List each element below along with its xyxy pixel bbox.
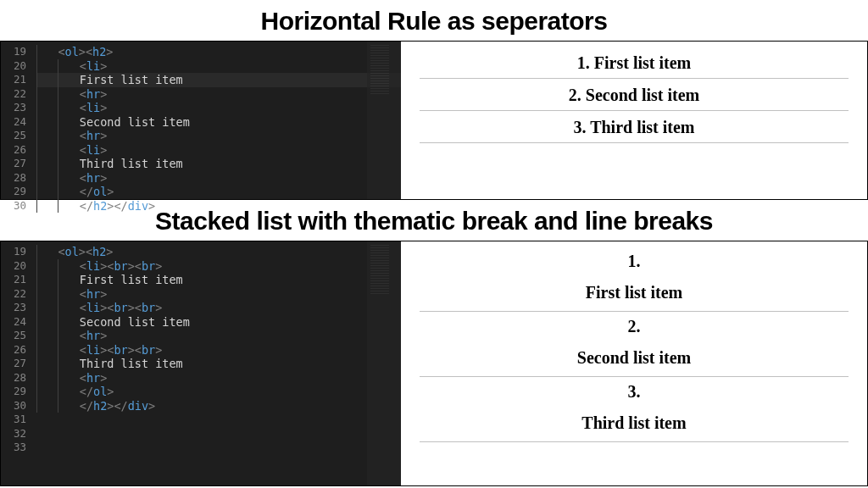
line-number: 21	[1, 73, 26, 87]
code-line[interactable]: </h2></div>	[36, 199, 401, 214]
minimap[interactable]	[367, 42, 401, 199]
line-number: 22	[1, 287, 26, 302]
list-item-text: Second list item	[416, 336, 852, 376]
code-line[interactable]: Third list item	[36, 157, 401, 171]
line-number: 32	[1, 427, 26, 441]
code-line[interactable]: <hr>	[36, 329, 401, 343]
line-number-gutter: 192021222324252627282930	[1, 42, 33, 199]
code-line[interactable]: <li><br><br>	[36, 343, 401, 358]
list-item-text: Third list item	[416, 402, 852, 441]
line-number: 20	[1, 59, 26, 74]
line-number: 24	[1, 315, 26, 330]
code-line[interactable]: <li><br><br>	[36, 259, 401, 274]
code-line[interactable]	[36, 413, 401, 427]
list-item: 2. Second list item	[416, 79, 852, 110]
list-number: 2.	[416, 312, 852, 336]
panel-example-1: 192021222324252627282930 <ol><h2> <li> F…	[0, 41, 868, 200]
list-number: 1.	[416, 247, 852, 271]
code-area[interactable]: <ol><h2> <li><br><br> First list item <h…	[33, 241, 401, 485]
code-line[interactable]: </ol>	[36, 385, 401, 399]
code-editor-2[interactable]: 192021222324252627282930313233 <ol><h2> …	[1, 241, 401, 485]
line-number: 33	[1, 441, 26, 455]
code-line[interactable]: Third list item	[36, 357, 401, 371]
code-line[interactable]: <ol><h2>	[36, 45, 401, 59]
list-item-text: First list item	[416, 271, 852, 311]
rendered-output-1: 1. First list item2. Second list item3. …	[401, 42, 867, 199]
line-number: 26	[1, 143, 26, 158]
code-line[interactable]	[36, 427, 401, 441]
list-number: 3.	[416, 377, 852, 402]
line-number: 22	[1, 87, 26, 102]
line-number: 27	[1, 157, 26, 171]
line-number: 27	[1, 357, 26, 371]
list-item: 3. Third list item	[416, 111, 852, 142]
rendered-output-2: 1.First list item2.Second list item3.Thi…	[401, 241, 867, 485]
code-line[interactable]: Second list item	[36, 315, 401, 330]
code-line[interactable]: Second list item	[36, 115, 401, 130]
code-line[interactable]: <hr>	[36, 171, 401, 186]
code-line[interactable]: <li>	[36, 59, 401, 74]
panel-example-2: 192021222324252627282930313233 <ol><h2> …	[0, 241, 868, 486]
code-line[interactable]: <li>	[36, 143, 401, 158]
code-line[interactable]: <hr>	[36, 87, 401, 102]
line-number: 23	[1, 101, 26, 115]
code-line[interactable]: First list item	[36, 273, 401, 287]
line-number: 25	[1, 129, 26, 143]
line-number: 25	[1, 329, 26, 343]
minimap[interactable]	[367, 241, 401, 485]
line-number: 19	[1, 45, 26, 59]
line-number: 31	[1, 413, 26, 427]
line-number: 30	[1, 399, 26, 413]
line-number: 30	[1, 199, 26, 214]
line-number: 29	[1, 385, 26, 399]
line-number: 24	[1, 115, 26, 130]
code-line[interactable]: <ol><h2>	[36, 245, 401, 259]
line-number: 19	[1, 245, 26, 259]
code-line[interactable]: First list item	[36, 73, 401, 87]
line-number: 23	[1, 301, 26, 315]
line-number: 21	[1, 273, 26, 287]
line-number: 28	[1, 371, 26, 385]
code-line[interactable]	[36, 441, 401, 455]
horizontal-rule	[420, 142, 849, 143]
code-area[interactable]: <ol><h2> <li> First list item <hr> <li> …	[33, 42, 401, 199]
list-item: 1. First list item	[416, 47, 852, 78]
code-line[interactable]: <hr>	[36, 287, 401, 302]
code-line[interactable]: </ol>	[36, 185, 401, 199]
heading-hr-separators: Horizontal Rule as seperators	[0, 0, 868, 41]
line-number: 28	[1, 171, 26, 186]
code-line[interactable]: <hr>	[36, 371, 401, 385]
code-line[interactable]: <li>	[36, 101, 401, 115]
line-number-gutter: 192021222324252627282930313233	[1, 241, 33, 485]
code-line[interactable]: <hr>	[36, 129, 401, 143]
code-line[interactable]: <li><br><br>	[36, 301, 401, 315]
horizontal-rule	[420, 441, 849, 442]
line-number: 20	[1, 259, 26, 274]
line-number: 29	[1, 185, 26, 199]
code-editor-1[interactable]: 192021222324252627282930 <ol><h2> <li> F…	[1, 42, 401, 199]
line-number: 26	[1, 343, 26, 358]
code-line[interactable]: </h2></div>	[36, 399, 401, 413]
